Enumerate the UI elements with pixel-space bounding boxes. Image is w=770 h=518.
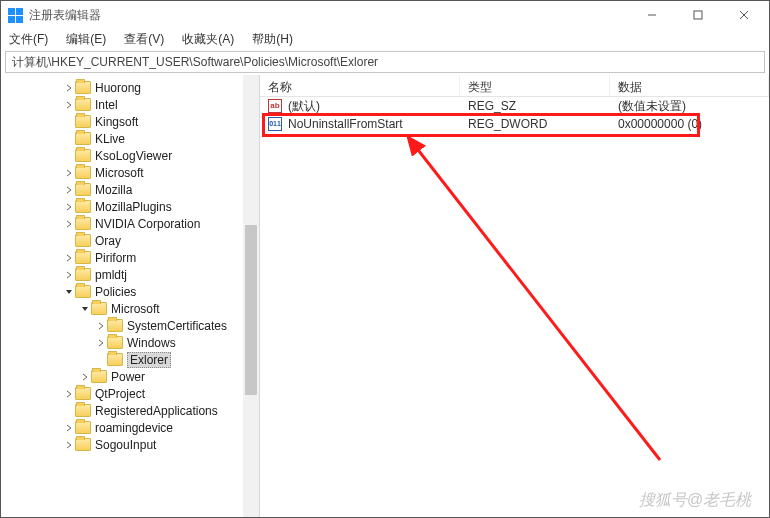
tree-panel: HuorongIntelKingsoftKLiveKsoLogViewerMic… (1, 75, 260, 517)
tree-label: Huorong (95, 81, 141, 95)
value-type: REG_SZ (468, 99, 516, 113)
value-list: 名称 类型 数据 ab(默认)REG_SZ(数值未设置)011NoUninsta… (260, 75, 769, 517)
tree-label: Exlorer (127, 352, 171, 368)
folder-icon (75, 98, 91, 111)
chevron-icon[interactable] (63, 390, 75, 398)
tree-label: KLive (95, 132, 125, 146)
folder-icon (75, 234, 91, 247)
tree-label: Windows (127, 336, 176, 350)
tree-label: SystemCertificates (127, 319, 227, 333)
chevron-icon[interactable] (63, 288, 75, 296)
chevron-icon[interactable] (63, 169, 75, 177)
folder-icon (75, 217, 91, 230)
folder-icon (75, 115, 91, 128)
tree-label: roamingdevice (95, 421, 173, 435)
tree-node[interactable]: Oray (1, 232, 259, 249)
tree-node[interactable]: NVIDIA Corporation (1, 215, 259, 232)
menu-fav[interactable]: 收藏夹(A) (178, 29, 238, 50)
tree-node[interactable]: MozillaPlugins (1, 198, 259, 215)
folder-icon (75, 166, 91, 179)
window-title: 注册表编辑器 (29, 7, 629, 24)
tree-scrollbar[interactable] (243, 75, 259, 517)
chevron-icon[interactable] (79, 305, 91, 313)
tree-node[interactable]: Policies (1, 283, 259, 300)
minimize-button[interactable] (629, 1, 675, 29)
watermark: 搜狐号@老毛桃 (639, 490, 751, 511)
chevron-icon[interactable] (63, 424, 75, 432)
svg-rect-1 (694, 11, 702, 19)
tree-node[interactable]: Windows (1, 334, 259, 351)
tree-label: KsoLogViewer (95, 149, 172, 163)
column-header: 名称 类型 数据 (260, 75, 769, 97)
svg-line-4 (408, 137, 660, 460)
chevron-icon[interactable] (63, 101, 75, 109)
chevron-icon[interactable] (63, 254, 75, 262)
menu-file[interactable]: 文件(F) (5, 29, 52, 50)
tree-node[interactable]: QtProject (1, 385, 259, 402)
chevron-icon[interactable] (63, 220, 75, 228)
tree-node[interactable]: pmldtj (1, 266, 259, 283)
folder-icon (75, 132, 91, 145)
tree-node[interactable]: Microsoft (1, 164, 259, 181)
maximize-button[interactable] (675, 1, 721, 29)
chevron-icon[interactable] (63, 271, 75, 279)
tree-node[interactable]: KsoLogViewer (1, 147, 259, 164)
folder-icon (107, 336, 123, 349)
tree-label: Kingsoft (95, 115, 138, 129)
menu-edit[interactable]: 编辑(E) (62, 29, 110, 50)
tree-node[interactable]: Mozilla (1, 181, 259, 198)
chevron-icon[interactable] (63, 84, 75, 92)
tree-node[interactable]: Piriform (1, 249, 259, 266)
tree-label: SogouInput (95, 438, 156, 452)
menu-view[interactable]: 查看(V) (120, 29, 168, 50)
menu-bar: 文件(F) 编辑(E) 查看(V) 收藏夹(A) 帮助(H) (1, 29, 769, 49)
col-name[interactable]: 名称 (260, 75, 460, 96)
chevron-icon[interactable] (79, 373, 91, 381)
tree-node[interactable]: RegisteredApplications (1, 402, 259, 419)
tree-node[interactable]: SogouInput (1, 436, 259, 453)
chevron-icon[interactable] (63, 203, 75, 211)
tree-label: Microsoft (95, 166, 144, 180)
folder-icon (75, 285, 91, 298)
menu-help[interactable]: 帮助(H) (248, 29, 297, 50)
tree-label: Policies (95, 285, 136, 299)
folder-icon (75, 149, 91, 162)
chevron-icon[interactable] (95, 322, 107, 330)
address-bar[interactable]: 计算机\HKEY_CURRENT_USER\Software\Policies\… (5, 51, 765, 73)
chevron-icon[interactable] (63, 186, 75, 194)
tree-label: Power (111, 370, 145, 384)
folder-icon (91, 370, 107, 383)
value-type: REG_DWORD (468, 117, 547, 131)
annotation-arrow (260, 75, 770, 518)
tree-node[interactable]: SystemCertificates (1, 317, 259, 334)
col-data[interactable]: 数据 (610, 75, 769, 96)
value-data: 0x00000000 (0) (618, 117, 702, 131)
folder-icon (107, 319, 123, 332)
value-row[interactable]: ab(默认)REG_SZ(数值未设置) (260, 97, 769, 115)
tree-node[interactable]: roamingdevice (1, 419, 259, 436)
tree-label: NVIDIA Corporation (95, 217, 200, 231)
chevron-icon[interactable] (95, 339, 107, 347)
string-value-icon: ab (268, 99, 282, 113)
chevron-icon[interactable] (63, 441, 75, 449)
col-type[interactable]: 类型 (460, 75, 610, 96)
folder-icon (75, 183, 91, 196)
tree-label: Microsoft (111, 302, 160, 316)
tree-node[interactable]: Microsoft (1, 300, 259, 317)
tree-node[interactable]: KLive (1, 130, 259, 147)
tree-node[interactable]: Exlorer (1, 351, 259, 368)
tree-node[interactable]: Huorong (1, 79, 259, 96)
folder-icon (75, 387, 91, 400)
tree-label: Piriform (95, 251, 136, 265)
folder-icon (107, 353, 123, 366)
folder-icon (75, 421, 91, 434)
folder-icon (75, 200, 91, 213)
tree-node[interactable]: Intel (1, 96, 259, 113)
tree-node[interactable]: Power (1, 368, 259, 385)
app-icon (7, 7, 23, 23)
value-row[interactable]: 011NoUninstallFromStartREG_DWORD0x000000… (260, 115, 769, 133)
value-name: (默认) (288, 98, 320, 115)
close-button[interactable] (721, 1, 767, 29)
tree-node[interactable]: Kingsoft (1, 113, 259, 130)
scrollbar-thumb[interactable] (245, 225, 257, 395)
